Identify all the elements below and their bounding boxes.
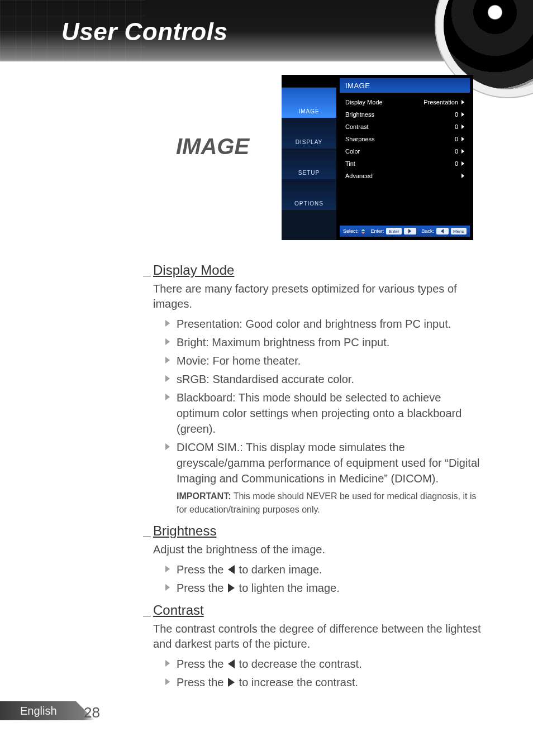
osd-footer: Select: Enter: Enter Back: Menu xyxy=(340,226,470,237)
text: Press the xyxy=(177,582,227,594)
heading-brightness: Brightness xyxy=(153,523,484,539)
bullet-list: Presentation: Good color and brightness … xyxy=(165,316,484,486)
text: Press the xyxy=(177,563,227,576)
text: Press the xyxy=(177,676,227,688)
osd-row-label: Advanced xyxy=(345,173,373,179)
chevron-right-icon xyxy=(461,149,464,154)
list-item: Bright: Maximum brightness from PC input… xyxy=(165,334,484,350)
heading-display-mode: Display Mode xyxy=(153,262,484,278)
osd-row-value: 0 xyxy=(455,111,458,118)
page-number: 28 xyxy=(84,704,100,721)
chevron-right-icon xyxy=(461,112,464,117)
list-item: Blackboard: This mode should be selected… xyxy=(165,390,484,437)
osd-tab-options[interactable]: OPTIONS xyxy=(282,179,336,210)
bullet-list: Press the to decrease the contrast. Pres… xyxy=(165,656,484,690)
text: to increase the contrast. xyxy=(236,676,358,688)
left-arrow-icon xyxy=(228,565,235,574)
list-item: Press the to decrease the contrast. xyxy=(165,656,484,672)
osd-row-label: Contrast xyxy=(345,123,369,130)
osd-row-label: Display Mode xyxy=(345,99,383,106)
osd-row-color[interactable]: Color 0 xyxy=(345,145,464,157)
osd-tab-display[interactable]: DISPLAY xyxy=(282,118,336,149)
osd-enter-label: Enter: xyxy=(370,228,384,234)
osd-row-tint[interactable]: Tint 0 xyxy=(345,157,464,170)
osd-row-value: 0 xyxy=(455,148,458,155)
list-item: DICOM SIM.: This display mode simulates … xyxy=(165,439,484,486)
osd-row-value: 0 xyxy=(455,123,458,130)
osd-row-label: Sharpness xyxy=(345,136,375,142)
osd-sidebar-pad xyxy=(282,210,336,240)
header-band: User Controls xyxy=(0,0,533,61)
important-note: IMPORTANT: This mode should NEVER be use… xyxy=(177,490,484,516)
osd-row-advanced[interactable]: Advanced xyxy=(345,170,464,182)
list-item: Press the to lighten the image. xyxy=(165,580,484,596)
chevron-right-icon xyxy=(461,100,464,104)
text: to darken image. xyxy=(236,563,322,576)
list-item: Presentation: Good color and brightness … xyxy=(165,316,484,332)
osd-row-label: Tint xyxy=(345,160,355,167)
section-label: IMAGE xyxy=(176,134,249,159)
osd-row-display-mode[interactable]: Display Mode Presentation xyxy=(345,96,464,108)
left-arrow-icon xyxy=(228,659,235,668)
osd-select-label: Select: xyxy=(343,228,359,234)
chapter-title: User Controls xyxy=(61,18,227,46)
heading-contrast: Contrast xyxy=(153,602,484,618)
footer-language-tab: English xyxy=(0,701,95,720)
footer-language: English xyxy=(20,705,57,717)
right-key-icon xyxy=(404,228,416,235)
content: Display Mode There are many factory pres… xyxy=(143,256,484,693)
osd-row-brightness[interactable]: Brightness 0 xyxy=(345,108,464,121)
paragraph: The contrast controls the degree of diff… xyxy=(153,621,484,652)
osd-body: Display Mode Presentation Brightness 0 C… xyxy=(340,93,470,226)
osd-header: IMAGE xyxy=(340,78,470,93)
right-arrow-icon xyxy=(228,678,235,687)
osd-panel: IMAGE DISPLAY SETUP OPTIONS IMAGE Displa… xyxy=(282,75,473,240)
osd-row-sharpness[interactable]: Sharpness 0 xyxy=(345,133,464,145)
chevron-right-icon xyxy=(461,161,464,166)
osd-row-value: 0 xyxy=(455,136,458,142)
enter-key-icon: Enter xyxy=(386,228,401,235)
osd-row-contrast[interactable]: Contrast 0 xyxy=(345,121,464,133)
list-item: Press the to darken image. xyxy=(165,562,484,577)
text: to decrease the contrast. xyxy=(236,658,362,670)
paragraph: There are many factory presets optimized… xyxy=(153,281,484,312)
paragraph: Adjust the brightness of the image. xyxy=(153,542,484,557)
list-item: Movie: For home theater. xyxy=(165,353,484,369)
osd-back-label: Back: xyxy=(421,228,434,234)
text: to lighten the image. xyxy=(236,582,340,594)
chevron-right-icon xyxy=(461,137,464,141)
important-label: IMPORTANT: xyxy=(177,491,231,501)
osd-sidebar: IMAGE DISPLAY SETUP OPTIONS xyxy=(282,87,336,240)
left-key-icon xyxy=(436,228,449,235)
chevron-right-icon xyxy=(461,174,464,178)
osd-row-label: Brightness xyxy=(345,111,374,118)
chevron-right-icon xyxy=(461,125,464,129)
list-item: Press the to increase the contrast. xyxy=(165,674,484,690)
list-item: sRGB: Standardised accurate color. xyxy=(165,371,484,387)
osd-row-value: Presentation xyxy=(423,99,458,106)
osd-tab-image[interactable]: IMAGE xyxy=(282,87,336,118)
bullet-list: Press the to darken image. Press the to … xyxy=(165,562,484,596)
text: Press the xyxy=(177,658,227,670)
right-arrow-icon xyxy=(228,583,235,592)
osd-tab-setup[interactable]: SETUP xyxy=(282,149,336,179)
osd-row-label: Color xyxy=(345,148,360,155)
menu-key-icon: Menu xyxy=(451,228,467,235)
osd-row-value: 0 xyxy=(455,160,458,167)
updown-icon xyxy=(361,229,365,234)
